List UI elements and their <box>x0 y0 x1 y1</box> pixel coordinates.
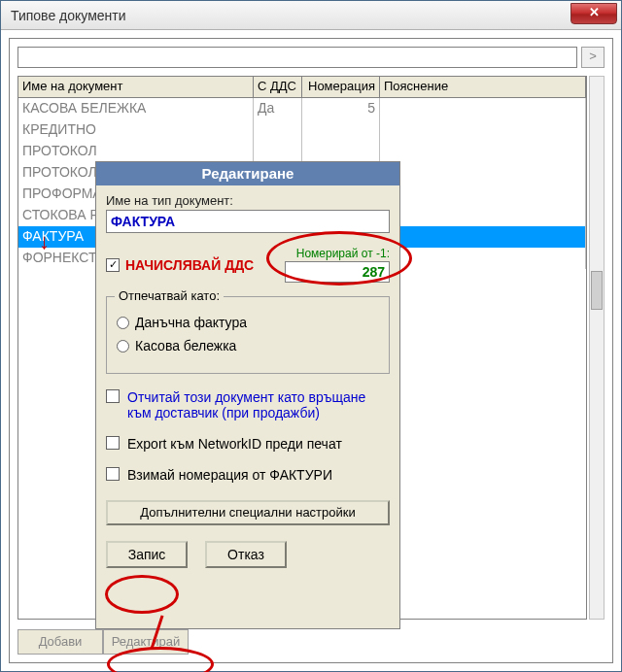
cell-name: ПРОТОКОЛ <box>18 141 254 162</box>
radio-icon <box>117 340 129 353</box>
table-row[interactable]: КАСОВА БЕЛЕЖКАДа5 <box>18 98 586 119</box>
take-num-checkbox[interactable] <box>106 467 120 481</box>
radio-tax-invoice[interactable]: Данъчна фактура <box>117 315 379 330</box>
dialog-actions: Запис Отказ <box>106 541 390 568</box>
col-num[interactable]: Номерация <box>302 77 380 97</box>
search-input[interactable] <box>17 47 577 68</box>
cell-dds <box>254 141 302 162</box>
cell-name: КРЕДИТНО <box>18 119 254 141</box>
cell-desc <box>380 226 586 248</box>
return-supplier-row[interactable]: Отчитай този документ като връщане <box>106 389 390 405</box>
name-input[interactable] <box>106 210 390 233</box>
edit-dialog: Редактиране Име на тип документ: ✓ НАЧИС… <box>95 161 400 629</box>
charge-dds-checkbox[interactable]: ✓ <box>106 258 120 272</box>
vertical-scrollbar[interactable] <box>589 76 605 620</box>
export-net-row[interactable]: Export към NetworkID преди печат <box>106 436 390 452</box>
return-supplier-checkbox[interactable] <box>106 389 120 403</box>
print-as-title: Отпечатвай като: <box>115 288 224 303</box>
dds-row: ✓ НАЧИСЛЯВАЙ ДДС Номерирай от -1: <box>106 247 390 283</box>
close-button[interactable]: ✕ <box>570 3 617 24</box>
col-name[interactable]: Име на документ <box>18 77 254 97</box>
scrollbar-thumb[interactable] <box>591 271 603 310</box>
number-from-wrap: Номерирай от -1: <box>285 247 390 283</box>
take-num-row[interactable]: Взимай номерация от ФАКТУРИ <box>106 467 390 483</box>
cell-desc <box>380 162 586 184</box>
export-net-checkbox[interactable] <box>106 436 120 450</box>
bottom-buttons: Добави Редактирай <box>17 629 189 655</box>
dialog-title: Редактиране <box>96 162 399 185</box>
cell-desc <box>380 248 586 269</box>
cell-num: 5 <box>302 98 380 119</box>
edit-button[interactable]: Редактирай <box>103 629 189 655</box>
radio2-label: Касова бележка <box>135 338 236 353</box>
col-desc[interactable]: Пояснение <box>380 77 586 97</box>
cell-name: КАСОВА БЕЛЕЖКА <box>18 98 254 119</box>
cancel-button[interactable]: Отказ <box>205 541 287 568</box>
cell-dds: Да <box>254 98 302 119</box>
col-dds[interactable]: С ДДС <box>254 77 302 97</box>
radio-icon <box>117 317 129 329</box>
extra-settings-button[interactable]: Допълнителни специални настройки <box>106 500 390 525</box>
cell-desc <box>380 205 586 226</box>
window-title: Типове документи <box>11 8 126 23</box>
cell-desc <box>380 141 586 162</box>
grid-header: Име на документ С ДДС Номерация Пояснени… <box>18 77 586 98</box>
take-num-label: Взимай номерация от ФАКТУРИ <box>127 467 332 483</box>
number-from-label: Номерирай от -1: <box>285 247 390 260</box>
radio-cash-receipt[interactable]: Касова бележка <box>117 338 379 353</box>
export-net-label: Export към NetworkID преди печат <box>127 436 342 452</box>
save-button[interactable]: Запис <box>106 541 188 568</box>
cell-num <box>302 119 380 141</box>
charge-dds-label: НАЧИСЛЯВАЙ ДДС <box>125 257 254 273</box>
number-from-input[interactable] <box>285 261 390 283</box>
radio1-label: Данъчна фактура <box>135 315 247 330</box>
add-button[interactable]: Добави <box>17 629 103 655</box>
return-supplier-label: Отчитай този документ като връщане <box>127 389 365 405</box>
cell-dds <box>254 119 302 141</box>
return-supplier-label2: към доставчик (при продажби) <box>127 405 390 420</box>
close-icon: ✕ <box>589 5 600 19</box>
search-row: > <box>17 47 605 68</box>
main-window: Типове документи ✕ > Име на документ С Д… <box>0 0 622 672</box>
name-label: Име на тип документ: <box>106 193 390 208</box>
table-row[interactable]: КРЕДИТНО <box>18 119 586 141</box>
dialog-body: Име на тип документ: ✓ НАЧИСЛЯВАЙ ДДС Но… <box>96 185 399 576</box>
table-row[interactable]: ПРОТОКОЛ <box>18 141 586 162</box>
cell-desc <box>380 98 586 119</box>
cell-desc <box>380 119 586 141</box>
titlebar: Типове документи ✕ <box>1 1 621 30</box>
inner-panel: > Име на документ С ДДС Номерация Поясне… <box>9 38 613 663</box>
search-go-button[interactable]: > <box>581 47 605 68</box>
cell-desc <box>380 184 586 205</box>
print-as-group: Отпечатвай като: Данъчна фактура Касова … <box>106 296 390 374</box>
content-frame: > Име на документ С ДДС Номерация Поясне… <box>1 30 621 671</box>
cell-num <box>302 141 380 162</box>
